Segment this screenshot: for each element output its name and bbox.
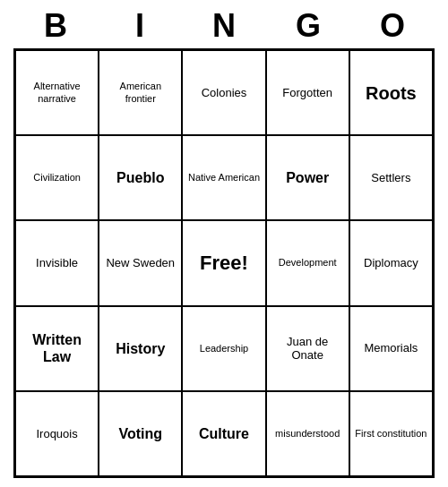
letter-i: I (100, 7, 179, 45)
letter-o: O (353, 7, 432, 45)
bingo-cell-22: Culture (182, 391, 265, 476)
bingo-cell-5: Civilization (15, 135, 99, 220)
bingo-cell-8: Power (266, 135, 349, 220)
letter-g: G (269, 7, 348, 45)
bingo-cell-20: Iroquois (15, 391, 99, 476)
bingo-grid: Alternative narrativeAmerican frontierCo… (13, 48, 435, 478)
letter-n: N (185, 7, 263, 45)
bingo-cell-12: Free! (182, 220, 265, 305)
bingo-cell-14: Diplomacy (349, 220, 433, 305)
bingo-cell-15: Written Law (15, 306, 99, 391)
bingo-cell-7: Native American (182, 135, 265, 220)
bingo-cell-23: misunderstood (266, 391, 349, 476)
bingo-cell-21: Voting (99, 391, 182, 476)
bingo-header: B I N G O (13, 0, 435, 48)
bingo-cell-13: Development (266, 220, 349, 305)
bingo-cell-16: History (99, 306, 182, 391)
bingo-cell-10: Invisible (15, 220, 99, 305)
bingo-cell-0: Alternative narrative (15, 50, 99, 135)
bingo-cell-4: Roots (349, 50, 433, 135)
bingo-cell-18: Juan de Onate (266, 306, 349, 391)
bingo-cell-11: New Sweden (99, 220, 182, 305)
bingo-cell-3: Forgotten (266, 50, 349, 135)
bingo-cell-1: American frontier (99, 50, 182, 135)
bingo-cell-6: Pueblo (99, 135, 182, 220)
bingo-cell-2: Colonies (182, 50, 265, 135)
bingo-cell-24: First constitution (349, 391, 433, 476)
bingo-cell-17: Leadership (182, 306, 265, 391)
letter-b: B (16, 7, 95, 45)
bingo-cell-9: Settlers (349, 135, 433, 220)
bingo-cell-19: Memorials (349, 306, 433, 391)
